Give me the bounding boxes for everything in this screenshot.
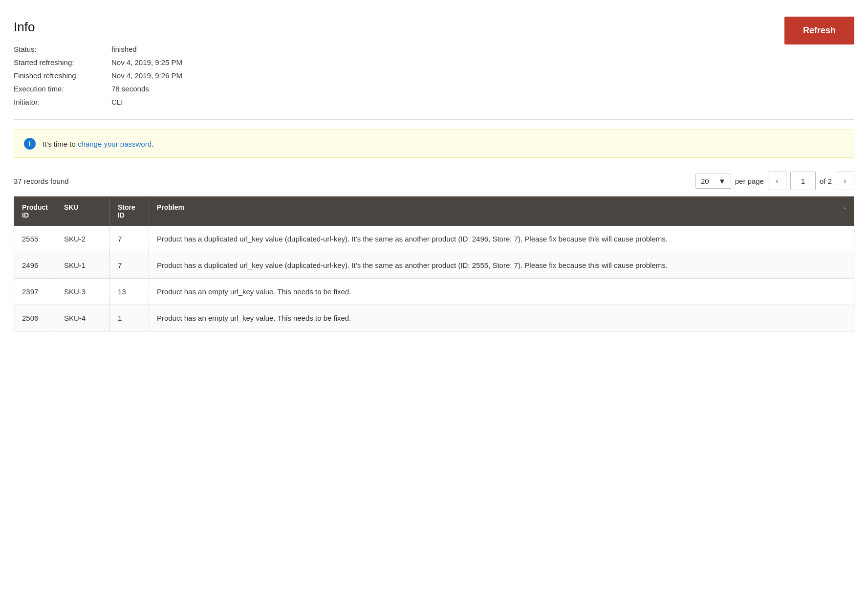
info-value: 78 seconds bbox=[111, 83, 854, 94]
cell-sku: SKU-1 bbox=[56, 252, 109, 279]
info-icon: i bbox=[24, 138, 36, 150]
chevron-down-icon: ▼ bbox=[718, 177, 726, 185]
info-value: finished bbox=[111, 44, 854, 55]
next-page-button[interactable]: › bbox=[836, 172, 854, 190]
notice-banner: i It's time to change your password. bbox=[14, 130, 854, 158]
refresh-button[interactable]: Refresh bbox=[784, 17, 854, 44]
notice-text-after: . bbox=[152, 140, 153, 148]
cell-product_id: 2506 bbox=[14, 305, 56, 331]
info-label: Execution time: bbox=[14, 83, 111, 94]
table-row: 2397SKU-313Product has an empty url_key … bbox=[14, 279, 854, 305]
prev-page-button[interactable]: ‹ bbox=[768, 172, 786, 190]
table-body: 2555SKU-27Product has a duplicated url_k… bbox=[14, 226, 854, 331]
col-header-sku: SKU bbox=[56, 197, 109, 226]
info-title: Info bbox=[14, 20, 854, 35]
cell-product_id: 2397 bbox=[14, 279, 56, 305]
cell-problem: Product has a duplicated url_key value (… bbox=[149, 252, 854, 279]
info-label: Initiator: bbox=[14, 96, 111, 108]
info-value: Nov 4, 2019, 9:25 PM bbox=[111, 57, 854, 68]
info-label: Started refreshing: bbox=[14, 57, 111, 68]
table-row: 2555SKU-27Product has a duplicated url_k… bbox=[14, 226, 854, 252]
table-row: 2506SKU-41Product has an empty url_key v… bbox=[14, 305, 854, 331]
pagination-controls: 20 50 100 ▼ per page ‹ of 2 › bbox=[695, 172, 854, 190]
info-label: Status: bbox=[14, 44, 111, 55]
cell-sku: SKU-3 bbox=[56, 279, 109, 305]
cell-store_id: 7 bbox=[109, 226, 149, 252]
page-of-label: of 2 bbox=[820, 177, 832, 185]
cell-store_id: 7 bbox=[109, 252, 149, 279]
table-row: 2496SKU-17Product has a duplicated url_k… bbox=[14, 252, 854, 279]
pagination-bar: 37 records found 20 50 100 ▼ per page ‹ … bbox=[14, 172, 854, 190]
sort-arrow-icon: ↓ bbox=[843, 204, 846, 211]
cell-store_id: 1 bbox=[109, 305, 149, 331]
info-label: Finished refreshing: bbox=[14, 70, 111, 81]
cell-problem: Product has an empty url_key value. This… bbox=[149, 305, 854, 331]
notice-text-before: It's time to bbox=[43, 140, 78, 148]
change-password-link[interactable]: change your password bbox=[78, 140, 152, 148]
cell-problem: Product has a duplicated url_key value (… bbox=[149, 226, 854, 252]
col-header-problem-label: Problem bbox=[157, 203, 184, 211]
cell-store_id: 13 bbox=[109, 279, 149, 305]
cell-sku: SKU-2 bbox=[56, 226, 109, 252]
col-header-store-id: Store ID bbox=[109, 197, 149, 226]
col-header-product-id: Product ID bbox=[14, 197, 56, 226]
current-page-input[interactable] bbox=[790, 172, 816, 190]
cell-product_id: 2496 bbox=[14, 252, 56, 279]
info-value: CLI bbox=[111, 96, 854, 108]
per-page-select[interactable]: 20 50 100 bbox=[701, 177, 716, 185]
data-table: Product ID SKU Store ID Problem ↓ 2555SK… bbox=[14, 196, 854, 331]
per-page-label: per page bbox=[735, 177, 764, 185]
per-page-wrapper: 20 50 100 ▼ bbox=[695, 174, 731, 189]
table-header: Product ID SKU Store ID Problem ↓ bbox=[14, 197, 854, 226]
info-section: Info Refresh Status:finishedStarted refr… bbox=[14, 12, 854, 120]
info-value: Nov 4, 2019, 9:26 PM bbox=[111, 70, 854, 81]
cell-product_id: 2555 bbox=[14, 226, 56, 252]
records-count: 37 records found bbox=[14, 177, 69, 185]
col-header-problem[interactable]: Problem ↓ bbox=[149, 197, 854, 226]
cell-problem: Product has an empty url_key value. This… bbox=[149, 279, 854, 305]
notice-text: It's time to change your password. bbox=[43, 140, 153, 148]
info-table: Status:finishedStarted refreshing:Nov 4,… bbox=[14, 44, 854, 108]
cell-sku: SKU-4 bbox=[56, 305, 109, 331]
